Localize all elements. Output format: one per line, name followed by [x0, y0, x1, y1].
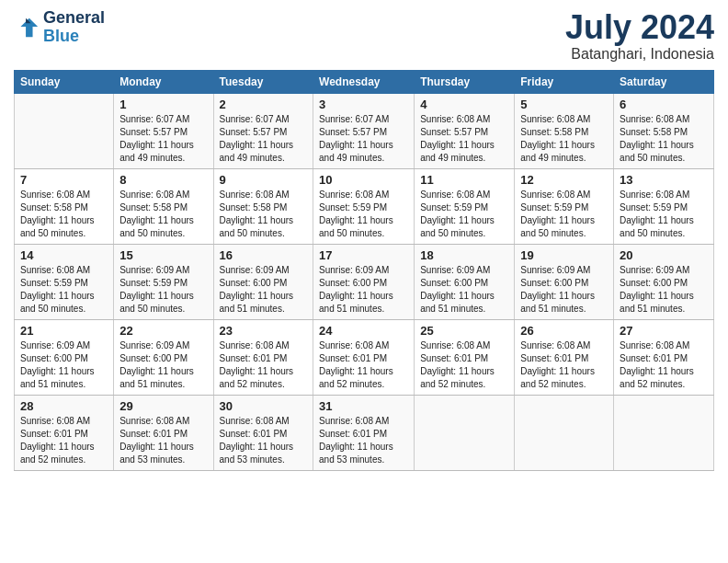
- day-info: Sunrise: 6:08 AM Sunset: 5:59 PM Dayligh…: [420, 189, 508, 240]
- calendar-header-row: Sunday Monday Tuesday Wednesday Thursday…: [15, 70, 714, 93]
- calendar-cell: [415, 395, 515, 470]
- day-info: Sunrise: 6:08 AM Sunset: 6:01 PM Dayligh…: [220, 339, 308, 391]
- day-info: Sunrise: 6:08 AM Sunset: 5:58 PM Dayligh…: [220, 189, 308, 240]
- calendar-cell: 25Sunrise: 6:08 AM Sunset: 6:01 PM Dayli…: [415, 319, 515, 395]
- calendar-cell: 8Sunrise: 6:08 AM Sunset: 5:58 PM Daylig…: [114, 168, 213, 244]
- svg-marker-0: [20, 18, 38, 38]
- calendar-cell: 10Sunrise: 6:08 AM Sunset: 5:59 PM Dayli…: [313, 168, 415, 244]
- calendar-cell: 7Sunrise: 6:08 AM Sunset: 5:58 PM Daylig…: [15, 168, 114, 244]
- day-number: 29: [119, 399, 207, 413]
- calendar-cell: 18Sunrise: 6:09 AM Sunset: 6:00 PM Dayli…: [415, 244, 515, 319]
- day-number: 17: [319, 248, 408, 262]
- day-number: 13: [620, 173, 708, 187]
- day-info: Sunrise: 6:08 AM Sunset: 5:58 PM Dayligh…: [620, 113, 708, 165]
- logo-line1: General: [43, 9, 105, 28]
- day-info: Sunrise: 6:08 AM Sunset: 5:58 PM Dayligh…: [520, 113, 608, 165]
- day-info: Sunrise: 6:08 AM Sunset: 6:01 PM Dayligh…: [520, 339, 608, 391]
- day-number: 25: [420, 324, 508, 338]
- calendar-cell: 12Sunrise: 6:08 AM Sunset: 5:59 PM Dayli…: [515, 168, 614, 244]
- day-info: Sunrise: 6:08 AM Sunset: 5:59 PM Dayligh…: [520, 189, 608, 240]
- subtitle: Batanghari, Indonesia: [565, 46, 714, 63]
- day-info: Sunrise: 6:09 AM Sunset: 6:00 PM Dayligh…: [620, 264, 708, 316]
- day-number: 12: [520, 173, 608, 187]
- calendar-cell: 13Sunrise: 6:08 AM Sunset: 5:59 PM Dayli…: [614, 168, 714, 244]
- calendar-cell: 20Sunrise: 6:09 AM Sunset: 6:00 PM Dayli…: [614, 244, 714, 319]
- day-number: 26: [520, 324, 608, 338]
- day-number: 5: [520, 98, 608, 111]
- logo: General Blue: [14, 9, 105, 46]
- col-friday: Friday: [515, 70, 614, 93]
- day-number: 8: [119, 173, 207, 187]
- calendar-cell: 17Sunrise: 6:09 AM Sunset: 6:00 PM Dayli…: [313, 244, 415, 319]
- calendar-cell: 9Sunrise: 6:08 AM Sunset: 5:58 PM Daylig…: [213, 168, 313, 244]
- day-info: Sunrise: 6:08 AM Sunset: 6:01 PM Dayligh…: [620, 339, 708, 391]
- day-info: Sunrise: 6:07 AM Sunset: 5:57 PM Dayligh…: [220, 113, 308, 165]
- day-info: Sunrise: 6:09 AM Sunset: 6:00 PM Dayligh…: [119, 339, 207, 391]
- day-number: 19: [520, 248, 608, 262]
- day-number: 21: [20, 324, 108, 338]
- day-number: 10: [319, 173, 408, 187]
- day-number: 16: [220, 248, 308, 262]
- day-info: Sunrise: 6:09 AM Sunset: 6:00 PM Dayligh…: [420, 264, 508, 316]
- calendar-week-row: 14Sunrise: 6:08 AM Sunset: 5:59 PM Dayli…: [15, 244, 714, 319]
- day-info: Sunrise: 6:08 AM Sunset: 6:01 PM Dayligh…: [319, 415, 408, 466]
- calendar-cell: 27Sunrise: 6:08 AM Sunset: 6:01 PM Dayli…: [614, 319, 714, 395]
- day-number: 14: [20, 248, 108, 262]
- col-monday: Monday: [114, 70, 213, 93]
- calendar-week-row: 28Sunrise: 6:08 AM Sunset: 6:01 PM Dayli…: [15, 395, 714, 470]
- day-number: 27: [620, 324, 708, 338]
- day-info: Sunrise: 6:07 AM Sunset: 5:57 PM Dayligh…: [319, 113, 408, 165]
- day-info: Sunrise: 6:08 AM Sunset: 5:59 PM Dayligh…: [319, 189, 408, 240]
- day-info: Sunrise: 6:08 AM Sunset: 5:59 PM Dayligh…: [20, 264, 108, 316]
- calendar-cell: [515, 395, 614, 470]
- calendar-cell: 11Sunrise: 6:08 AM Sunset: 5:59 PM Dayli…: [415, 168, 515, 244]
- main-title: July 2024: [565, 9, 714, 46]
- calendar-cell: 23Sunrise: 6:08 AM Sunset: 6:01 PM Dayli…: [213, 319, 313, 395]
- logo-line2: Blue: [43, 28, 105, 46]
- day-info: Sunrise: 6:08 AM Sunset: 5:58 PM Dayligh…: [20, 189, 108, 240]
- calendar-table: Sunday Monday Tuesday Wednesday Thursday…: [14, 70, 714, 471]
- calendar-week-row: 1Sunrise: 6:07 AM Sunset: 5:57 PM Daylig…: [15, 93, 714, 168]
- day-number: 2: [220, 98, 308, 111]
- day-number: 9: [220, 173, 308, 187]
- calendar-cell: 19Sunrise: 6:09 AM Sunset: 6:00 PM Dayli…: [515, 244, 614, 319]
- day-number: 3: [319, 98, 408, 111]
- day-info: Sunrise: 6:08 AM Sunset: 6:01 PM Dayligh…: [420, 339, 508, 391]
- calendar-cell: 29Sunrise: 6:08 AM Sunset: 6:01 PM Dayli…: [114, 395, 213, 470]
- calendar-cell: 31Sunrise: 6:08 AM Sunset: 6:01 PM Dayli…: [313, 395, 415, 470]
- day-number: 18: [420, 248, 508, 262]
- calendar-cell: 24Sunrise: 6:08 AM Sunset: 6:01 PM Dayli…: [313, 319, 415, 395]
- logo-text: General Blue: [43, 9, 105, 46]
- calendar-cell: 22Sunrise: 6:09 AM Sunset: 6:00 PM Dayli…: [114, 319, 213, 395]
- header: General Blue July 2024 Batanghari, Indon…: [14, 9, 714, 63]
- day-number: 31: [319, 399, 408, 413]
- day-info: Sunrise: 6:09 AM Sunset: 6:00 PM Dayligh…: [319, 264, 408, 316]
- day-number: 7: [20, 173, 108, 187]
- day-info: Sunrise: 6:08 AM Sunset: 5:58 PM Dayligh…: [119, 189, 207, 240]
- col-wednesday: Wednesday: [313, 70, 415, 93]
- col-saturday: Saturday: [614, 70, 714, 93]
- day-info: Sunrise: 6:08 AM Sunset: 6:01 PM Dayligh…: [220, 415, 308, 466]
- calendar-cell: 5Sunrise: 6:08 AM Sunset: 5:58 PM Daylig…: [515, 93, 614, 168]
- calendar-cell: 4Sunrise: 6:08 AM Sunset: 5:57 PM Daylig…: [415, 93, 515, 168]
- calendar-cell: 6Sunrise: 6:08 AM Sunset: 5:58 PM Daylig…: [614, 93, 714, 168]
- calendar-cell: 28Sunrise: 6:08 AM Sunset: 6:01 PM Dayli…: [15, 395, 114, 470]
- day-number: 24: [319, 324, 408, 338]
- day-info: Sunrise: 6:09 AM Sunset: 5:59 PM Dayligh…: [119, 264, 207, 316]
- day-info: Sunrise: 6:09 AM Sunset: 6:00 PM Dayligh…: [520, 264, 608, 316]
- calendar-cell: 30Sunrise: 6:08 AM Sunset: 6:01 PM Dayli…: [213, 395, 313, 470]
- day-number: 30: [220, 399, 308, 413]
- calendar-cell: 26Sunrise: 6:08 AM Sunset: 6:01 PM Dayli…: [515, 319, 614, 395]
- col-sunday: Sunday: [15, 70, 114, 93]
- day-info: Sunrise: 6:08 AM Sunset: 5:57 PM Dayligh…: [420, 113, 508, 165]
- day-number: 28: [20, 399, 108, 413]
- calendar-cell: 14Sunrise: 6:08 AM Sunset: 5:59 PM Dayli…: [15, 244, 114, 319]
- day-number: 6: [620, 98, 708, 111]
- col-thursday: Thursday: [415, 70, 515, 93]
- day-info: Sunrise: 6:08 AM Sunset: 6:01 PM Dayligh…: [119, 415, 207, 466]
- calendar-week-row: 7Sunrise: 6:08 AM Sunset: 5:58 PM Daylig…: [15, 168, 714, 244]
- col-tuesday: Tuesday: [213, 70, 313, 93]
- day-number: 22: [119, 324, 207, 338]
- calendar-cell: 1Sunrise: 6:07 AM Sunset: 5:57 PM Daylig…: [114, 93, 213, 168]
- day-info: Sunrise: 6:08 AM Sunset: 6:01 PM Dayligh…: [319, 339, 408, 391]
